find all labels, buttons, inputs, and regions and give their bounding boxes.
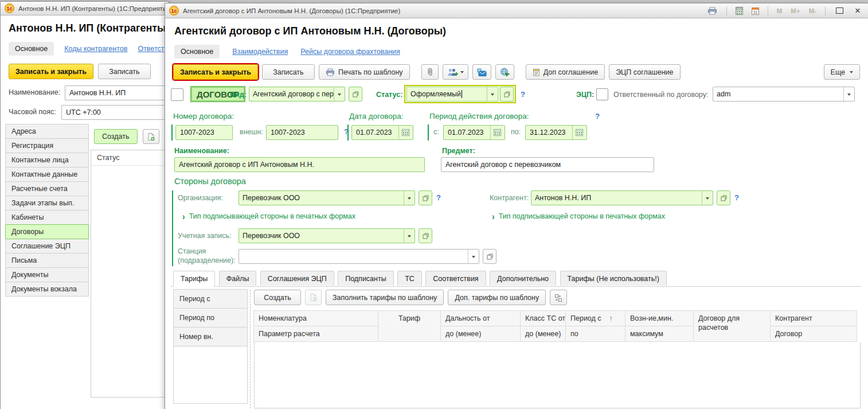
contragent-combo[interactable]: Антонов Н.Н. ИП <box>531 190 713 205</box>
bg-timezone-field[interactable]: UTC +7:00 <box>61 105 169 120</box>
bg-name-field[interactable]: Антонов Н.Н. ИП <box>65 85 169 100</box>
col-settlement-contract[interactable]: Договор для расчетов <box>693 310 771 342</box>
dop-tariffs-button[interactable]: Доп. тарифы по шаблону <box>448 290 546 305</box>
save-close-button[interactable]: Записать и закрыть <box>173 64 258 80</box>
col-nomenclature[interactable]: Номенклатура <box>253 310 378 326</box>
bg-titlebar[interactable]: 1с Антонов Н.Н. ИП (Контрагенты) (1С:Пре… <box>1 2 169 15</box>
name-field[interactable]: Агентский договор с ИП Антоновым Н.Н. <box>174 157 425 172</box>
panel-splitter[interactable] <box>250 290 251 408</box>
calendar-picker-button[interactable] <box>572 126 585 139</box>
memory-m-minus-button[interactable]: M- <box>807 7 819 14</box>
col-contragent[interactable]: Контрагент <box>770 310 857 326</box>
dropdown-button[interactable] <box>843 87 854 101</box>
org-sign-type-link[interactable]: › Тип подписывающей стороны в печатных ф… <box>182 212 355 221</box>
tab-additional[interactable]: Дополнительно <box>490 271 556 286</box>
side-row-period-to[interactable]: Период по <box>173 308 248 328</box>
col-vehicle-class-from[interactable]: Класс ТС от <box>520 310 566 326</box>
tariff-create-button[interactable]: Создать <box>254 290 301 305</box>
add-contact-person-button[interactable] <box>443 64 468 80</box>
side-row-period-from[interactable]: Период с <box>173 289 248 309</box>
bg-save-close-button[interactable]: Записать и закрыть <box>9 64 93 79</box>
sidebar-item-tasks[interactable]: Задачи этапы вып. <box>5 196 89 211</box>
external-number-field[interactable]: 1007-2023 <box>266 125 338 140</box>
bg-save-button[interactable]: Записать <box>98 64 151 79</box>
attachments-button[interactable] <box>421 64 439 80</box>
sidebar-item-contact-data[interactable]: Контактные данные <box>5 167 89 182</box>
contragent-sign-type-link[interactable]: › Тип подписывающей стороны в печатных ф… <box>492 212 665 221</box>
organization-help[interactable]: ? <box>436 193 441 202</box>
close-button[interactable]: × <box>851 6 864 15</box>
maximize-button[interactable] <box>836 7 843 14</box>
sidebar-item-cabinets[interactable]: Кабинеты <box>5 210 89 225</box>
contract-date-field[interactable]: 01.07.2023 <box>351 125 413 140</box>
calculator-button[interactable] <box>733 7 745 15</box>
organization-combo[interactable]: Перевозчик ООО <box>238 190 415 205</box>
status-help[interactable]: ? <box>521 90 525 99</box>
bg-create-button[interactable]: Создать <box>94 129 138 144</box>
contract-number-field[interactable]: 1007-2023 <box>175 125 233 140</box>
sidebar-item-letters[interactable]: Письма <box>5 253 89 268</box>
col-tariff[interactable]: Тариф <box>378 310 441 342</box>
sidebar-item-ecp-agreement[interactable]: Соглашение ЭЦП <box>5 239 89 254</box>
col-contract[interactable]: Договор <box>770 326 857 342</box>
dropdown-button[interactable] <box>334 87 345 101</box>
subject-field[interactable]: Агентский договор с перевозчиком <box>441 157 654 172</box>
copy-settings-button[interactable] <box>550 290 567 305</box>
sidebar-item-station-documents[interactable]: Документы вокзала <box>5 282 89 297</box>
col-vehicle-class-to[interactable]: до (менее) <box>520 326 566 342</box>
tab-files[interactable]: Файлы <box>219 271 257 286</box>
tab-tariffs-deprecated[interactable]: Тарифы (Не использовать!) <box>560 271 667 286</box>
bg-tab-codes[interactable]: Коды контрагентов <box>64 45 127 53</box>
col-period-to[interactable]: по <box>565 326 625 342</box>
dropdown-button[interactable] <box>468 250 479 263</box>
send-email-button[interactable] <box>472 64 491 80</box>
print-titlebar-button[interactable] <box>705 7 720 15</box>
sidebar-item-contact-persons[interactable]: Контактные лица <box>5 153 89 168</box>
tariff-create-from-template-button[interactable] <box>305 290 322 305</box>
calendar-picker-button[interactable] <box>398 126 412 139</box>
dropdown-button[interactable] <box>702 191 713 205</box>
ecp-agreement-button[interactable]: ЭЦП соглашение <box>609 64 680 80</box>
station-combo[interactable] <box>238 249 479 264</box>
organization-open-button[interactable] <box>419 190 432 205</box>
tariff-table-body[interactable] <box>254 342 861 408</box>
save-button[interactable]: Записать <box>262 64 315 80</box>
bg-create-from-template-button[interactable] <box>143 129 159 144</box>
sidebar-item-contracts[interactable]: Договоры <box>5 224 89 239</box>
bg-tab-main[interactable]: Основное <box>9 42 54 56</box>
tab-interactions[interactable]: Взаимодействия <box>232 48 288 56</box>
account-open-button[interactable] <box>419 228 432 243</box>
period-to-field[interactable]: 31.12.2023 <box>525 125 587 140</box>
sidebar-item-accounts[interactable]: Расчетные счета <box>5 181 89 196</box>
dropdown-button[interactable] <box>487 87 498 101</box>
station-open-button[interactable] <box>483 249 496 264</box>
fill-tariffs-button[interactable]: Заполнить тарифы по шаблону <box>326 290 444 305</box>
kind-combo[interactable]: Агентский договор с перевозчи <box>249 87 345 102</box>
more-button[interactable]: Еще <box>824 64 860 80</box>
additional-agreement-button[interactable]: Доп соглашение <box>526 64 605 80</box>
memory-m-plus-button[interactable]: M+ <box>788 7 802 14</box>
tab-signers[interactable]: Подписанты <box>338 271 394 286</box>
tab-tariffs[interactable]: Тарифы <box>173 271 215 287</box>
col-distance-from[interactable]: Дальность от <box>440 310 521 326</box>
memory-m-button[interactable]: M <box>775 7 785 14</box>
dropdown-button[interactable] <box>404 229 415 243</box>
side-row-internal-number[interactable]: Номер вн. <box>173 327 248 346</box>
account-combo[interactable]: Перевозчик ООО <box>238 228 415 243</box>
sidebar-item-addresses[interactable]: Адреса <box>5 124 89 139</box>
tab-main[interactable]: Основное <box>174 45 220 59</box>
col-reward-min[interactable]: Возн-ие,мин. <box>625 310 694 326</box>
dropdown-button[interactable] <box>404 191 415 205</box>
col-reward-max[interactable]: максимум <box>625 326 694 342</box>
contragent-open-button[interactable] <box>717 190 730 205</box>
status-open-button[interactable] <box>500 87 514 102</box>
period-from-field[interactable]: 01.07.2023 <box>443 125 505 140</box>
tab-charter-trips[interactable]: Рейсы договора фрахтования <box>300 48 400 56</box>
ecp-checkbox[interactable] <box>596 88 608 100</box>
bg-status-column-header[interactable]: Статус <box>91 150 168 166</box>
tab-ecp-agreements[interactable]: Соглашения ЭЦП <box>260 271 334 286</box>
fg-titlebar[interactable]: 1с Агентский договор с ИП Антоновым Н.Н.… <box>165 3 868 18</box>
sidebar-item-documents[interactable]: Документы <box>5 267 89 282</box>
status-combo[interactable]: Оформляемый <box>406 87 498 102</box>
col-distance-to[interactable]: до (менее) <box>440 326 521 342</box>
